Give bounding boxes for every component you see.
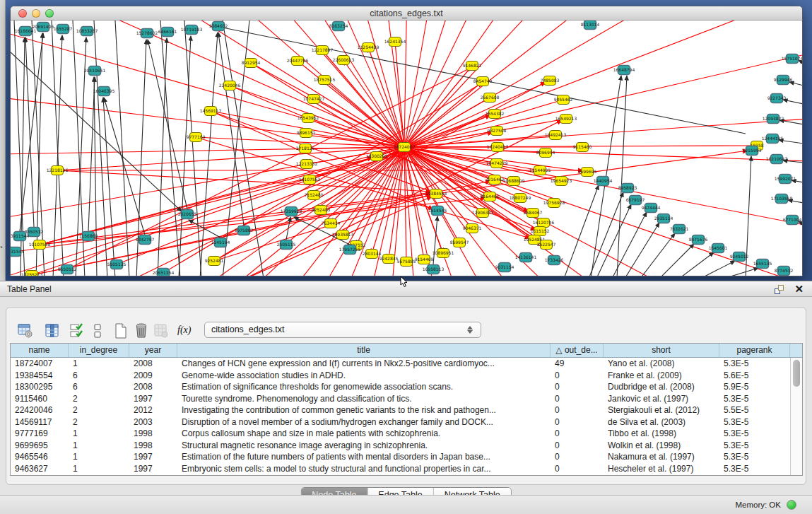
dropdown-spinner-icon xyxy=(467,325,473,335)
graph-node-label: 15492413 xyxy=(545,132,567,137)
delete-column-icon-disabled xyxy=(153,323,169,339)
graph-node-label: 2522547 xyxy=(537,242,556,247)
table-vertical-scrollbar[interactable] xyxy=(790,358,802,475)
graph-node-label: 2935114 xyxy=(654,216,673,221)
graph-node-label: 11544905 xyxy=(529,168,551,173)
graph-node-label: 6679197 xyxy=(626,197,645,202)
table-cell: 0 xyxy=(551,381,604,393)
graph-node-label: 12213332 xyxy=(296,161,318,166)
merge-rows-icon[interactable] xyxy=(93,323,102,339)
column-header-pagerank[interactable]: pagerank xyxy=(719,344,790,357)
graph-node-label: 11254439 xyxy=(358,45,379,49)
table-row[interactable]: 1456911722003Disruption of a novel membe… xyxy=(11,416,802,428)
table-selector-value: citations_edges.txt xyxy=(211,325,285,334)
graph-node-label: 6771004 xyxy=(783,217,802,222)
column-header-indegree[interactable]: in_degree xyxy=(69,344,129,357)
table-cell: 0 xyxy=(551,440,604,452)
graph-node-label: 19654923 xyxy=(551,178,572,183)
side-collapse-strip[interactable]: ▸ xyxy=(0,0,6,281)
select-rows-icon[interactable] xyxy=(70,323,83,339)
function-builder-icon[interactable]: f(x) xyxy=(177,325,191,336)
graph-node-label: 8096954 xyxy=(536,150,555,155)
table-cell: 2012 xyxy=(129,404,177,416)
table-row[interactable]: 977716911998Corpus callosum shape and si… xyxy=(11,428,802,440)
table-row[interactable]: 911546021997Tourette syndrome. Phenomeno… xyxy=(11,393,802,405)
table-options-icon[interactable] xyxy=(18,323,33,339)
table-body: 1872400712008Changes of HCN gene express… xyxy=(11,358,802,474)
show-column-icon[interactable] xyxy=(45,323,60,339)
graph-node-label: 9252483 xyxy=(312,207,331,212)
graph-node-label: 12218126 xyxy=(47,168,69,173)
table-row[interactable]: 946554611997Estimation of the future num… xyxy=(11,451,802,463)
graph-node-label: 8774512 xyxy=(775,268,794,273)
table-cell: 5.3E-5 xyxy=(719,428,790,440)
network-canvas[interactable]: 1872400716241354112544392260061318757515… xyxy=(11,21,802,276)
graph-node-label: 15751074 xyxy=(782,56,802,61)
graph-node-label: 2684067 xyxy=(524,210,543,215)
table-row[interactable]: 969969511998Structural magnetic resonanc… xyxy=(11,440,802,452)
table-cell: 9463627 xyxy=(11,463,69,475)
status-bar: Memory: OK xyxy=(0,495,812,514)
new-table-icon[interactable] xyxy=(113,323,129,339)
graph-node-label: 1655135 xyxy=(753,261,772,266)
table-row[interactable]: 1938455462009Genome-wide association stu… xyxy=(11,370,802,382)
graph-node-label: 5675885 xyxy=(397,259,416,264)
graph-node-label: 2718126 xyxy=(296,146,315,151)
graph-node-label: 16549213 xyxy=(555,116,577,121)
table-cell: 22420046 xyxy=(11,404,69,416)
table-cell: 5.6E-5 xyxy=(719,370,790,382)
graph-node-label: 16648794 xyxy=(613,67,635,72)
graph-node-label: 9975887 xyxy=(235,228,254,233)
table-row[interactable]: 1830029562008Estimation of significance … xyxy=(11,381,802,393)
graph-node-label: 9252481 xyxy=(205,258,224,263)
graph-node-label: 12093872 xyxy=(763,116,784,121)
close-panel-icon[interactable]: ✕ xyxy=(794,283,804,296)
graph-node-label: 1342757 xyxy=(136,237,155,242)
table-row[interactable]: 1872400712008Changes of HCN gene express… xyxy=(11,358,802,370)
graph-node-label: 10719183 xyxy=(181,27,203,32)
float-panel-icon[interactable] xyxy=(775,285,784,294)
graph-node-label: 1145194 xyxy=(211,240,230,245)
table-cell: 0 xyxy=(551,416,604,428)
network-window-titlebar[interactable]: citations_edges.txt xyxy=(11,6,802,21)
graph-node-label: 19384554 xyxy=(425,191,447,196)
graph-node-label: 7632621 xyxy=(670,226,689,231)
delete-table-icon[interactable] xyxy=(134,323,149,339)
graph-node-label: 12444195 xyxy=(762,136,784,141)
table-cell: 5.5E-5 xyxy=(719,404,790,416)
column-header-title[interactable]: title xyxy=(177,344,551,357)
table-cell: 1998 xyxy=(129,440,177,452)
column-header-name[interactable]: name xyxy=(11,344,69,357)
table-cell: Tourette syndrome. Phenomenology and cla… xyxy=(177,393,551,405)
graph-node-label: 8163254 xyxy=(329,23,348,28)
collapse-arrow-icon[interactable]: ▸ xyxy=(1,245,4,250)
graph-node-label: 9046371 xyxy=(463,226,482,230)
column-header-short[interactable]: short xyxy=(604,344,719,357)
graph-node-label: 8113014 xyxy=(581,22,600,27)
graph-node-label: 6466161 xyxy=(158,29,177,34)
graph-node-label: 1440954 xyxy=(594,178,613,183)
scrollbar-thumb[interactable] xyxy=(793,360,800,387)
table-cell: 1 xyxy=(69,428,129,440)
table-row[interactable]: 946362711997Embryonic stem cells: a mode… xyxy=(11,463,802,475)
table-header-row: namein_degreeyeartitle△ out_de...shortpa… xyxy=(11,344,802,358)
node-table: namein_degreeyeartitle△ out_de...shortpa… xyxy=(10,343,803,476)
column-header-year[interactable]: year xyxy=(129,344,177,357)
table-cell: 2008 xyxy=(129,358,177,370)
table-row[interactable]: 2242004622012Investigating the contribut… xyxy=(11,404,802,416)
column-header-outde[interactable]: △ out_de... xyxy=(551,344,604,357)
citation-network-graph[interactable]: 1872400716241354112544392260061318757515… xyxy=(11,21,802,276)
graph-node-label: 9215953 xyxy=(743,148,762,153)
memory-status-indicator[interactable] xyxy=(787,500,796,510)
table-cell: 2003 xyxy=(129,416,177,428)
table-cell: Changes of HCN gene expression and I(f) … xyxy=(177,358,551,370)
graph-node-label: 3216462 xyxy=(486,177,505,182)
graph-node-label: 9031544 xyxy=(11,249,25,254)
graph-node-label: 10896951 xyxy=(433,250,454,255)
table-selector-dropdown[interactable]: citations_edges.txt xyxy=(204,322,481,338)
graph-node-label: 10853287 xyxy=(76,28,98,33)
graph-node-label: 18724007 xyxy=(394,144,416,149)
graph-node-label: 1655287 xyxy=(54,26,73,31)
graph-node-label: 3911544 xyxy=(11,233,30,238)
graph-node-label: 20510651 xyxy=(84,68,106,73)
